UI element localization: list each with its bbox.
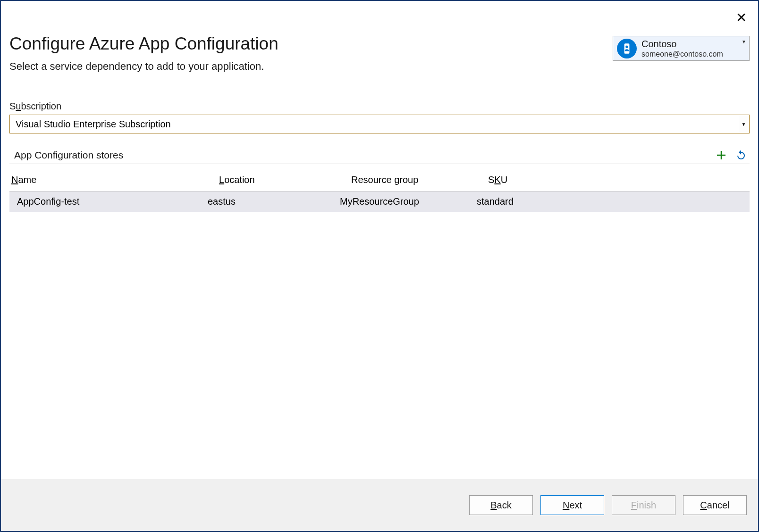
dialog-title: Configure Azure App Configuration bbox=[9, 34, 613, 54]
stores-table: Name Location Resource group SKU AppConf… bbox=[9, 169, 750, 212]
subscription-value: Visual Studio Enterprise Subscription bbox=[10, 115, 738, 133]
chevron-down-icon[interactable]: ▼ bbox=[738, 115, 749, 133]
col-sku[interactable]: SKU bbox=[486, 172, 750, 188]
dialog-subtitle: Select a service dependency to add to yo… bbox=[9, 60, 613, 73]
row-name: AppConfig-test bbox=[9, 193, 206, 210]
account-name: Contoso bbox=[641, 38, 740, 50]
subscription-label: Subscription bbox=[9, 101, 750, 112]
dialog-footer: Back Next Finish Cancel bbox=[1, 479, 758, 531]
account-selector[interactable]: Contoso someone@contoso.com ▼ bbox=[613, 36, 750, 61]
row-location: eastus bbox=[206, 193, 338, 210]
next-button[interactable]: Next bbox=[540, 495, 604, 515]
cancel-button[interactable]: Cancel bbox=[683, 495, 747, 515]
row-sku: standard bbox=[475, 193, 750, 210]
table-row[interactable]: AppConfig-test eastus MyResourceGroup st… bbox=[9, 191, 750, 212]
table-header: Name Location Resource group SKU bbox=[9, 169, 750, 191]
col-resource-group[interactable]: Resource group bbox=[349, 172, 486, 188]
finish-button: Finish bbox=[612, 495, 675, 515]
account-badge-icon bbox=[617, 39, 637, 58]
account-email: someone@contoso.com bbox=[641, 50, 740, 58]
back-button[interactable]: Back bbox=[469, 495, 533, 515]
stores-section-title: App Configuration stores bbox=[9, 150, 123, 161]
col-name[interactable]: Name bbox=[9, 172, 217, 188]
refresh-button[interactable] bbox=[735, 150, 747, 161]
chevron-down-icon: ▼ bbox=[742, 39, 746, 44]
close-button[interactable]: ✕ bbox=[736, 11, 747, 25]
row-resource-group: MyResourceGroup bbox=[338, 193, 475, 210]
subscription-dropdown[interactable]: Visual Studio Enterprise Subscription ▼ bbox=[9, 115, 750, 133]
add-store-button[interactable] bbox=[716, 150, 727, 161]
col-location[interactable]: Location bbox=[217, 172, 349, 188]
